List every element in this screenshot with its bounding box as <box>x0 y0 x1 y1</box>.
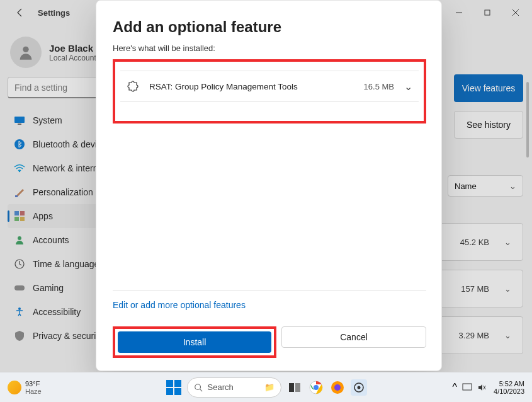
weather-widget[interactable]: 93°F Haze <box>0 380 42 395</box>
firefox-icon[interactable] <box>329 379 346 396</box>
svg-point-25 <box>314 385 319 390</box>
sidebar-item-label: Personalization <box>33 187 93 197</box>
chevron-down-icon: ⌄ <box>504 284 511 294</box>
profile-name: Joe Black <box>49 43 96 54</box>
network-tray-icon[interactable] <box>462 383 472 392</box>
display-icon <box>14 115 25 126</box>
highlight-box-install: Install <box>113 326 276 358</box>
person-icon <box>14 234 25 246</box>
taskbar: 93°F Haze Search 📁 ^ 5:52 AM 4/10/2023 <box>0 372 532 402</box>
sort-dropdown[interactable]: Name ⌄ <box>448 175 523 197</box>
sidebar-item-label: Gaming <box>33 283 64 293</box>
close-button[interactable] <box>501 3 529 23</box>
svg-point-19 <box>18 307 21 310</box>
svg-point-20 <box>195 384 200 389</box>
start-button[interactable] <box>166 379 182 396</box>
svg-rect-11 <box>15 195 18 197</box>
minimize-button[interactable] <box>444 3 473 23</box>
clock[interactable]: 5:52 AM 4/10/2023 <box>494 380 524 395</box>
svg-point-29 <box>357 386 360 389</box>
task-view-button[interactable] <box>286 379 303 396</box>
search-icon <box>194 383 203 392</box>
dialog-subtitle: Here's what will be installed: <box>113 43 426 53</box>
taskbar-search[interactable]: Search 📁 <box>187 377 281 398</box>
sidebar-item-label: Privacy & security <box>33 331 103 341</box>
svg-point-10 <box>19 171 20 172</box>
svg-rect-18 <box>14 285 25 290</box>
see-history-button[interactable]: See history <box>454 111 523 139</box>
chevron-down-icon[interactable]: ⌄ <box>404 81 412 93</box>
gamepad-icon <box>14 282 25 294</box>
feature-item[interactable]: RSAT: Group Policy Management Tools 16.5… <box>120 71 419 102</box>
svg-rect-22 <box>289 383 294 392</box>
svg-line-21 <box>200 389 202 391</box>
shield-icon <box>14 330 25 342</box>
view-features-button[interactable]: View features <box>454 74 523 102</box>
wifi-icon <box>14 163 25 174</box>
svg-rect-8 <box>18 123 21 125</box>
weather-desc: Haze <box>25 388 42 395</box>
bluetooth-icon <box>14 139 25 150</box>
time: 5:52 AM <box>494 380 524 388</box>
volume-tray-icon[interactable] <box>477 383 486 392</box>
maximize-button[interactable] <box>473 3 501 23</box>
svg-rect-1 <box>485 10 490 15</box>
feature-name: RSAT: Group Policy Management Tools <box>149 82 354 91</box>
date: 4/10/2023 <box>494 388 524 395</box>
clock-globe-icon <box>14 258 25 270</box>
paintbrush-icon <box>14 187 25 198</box>
feature-size: 45.2 KB <box>460 238 489 247</box>
svg-rect-15 <box>20 217 25 221</box>
feature-size: 157 MB <box>461 284 489 294</box>
chevron-down-icon: ⌄ <box>509 181 516 191</box>
dialog-title: Add an optional feature <box>113 18 426 36</box>
puzzle-icon <box>127 80 139 93</box>
sort-label: Name <box>455 181 477 191</box>
system-tray[interactable]: ^ <box>453 382 487 393</box>
scrollbar[interactable] <box>524 82 531 189</box>
sidebar-item-label: Accounts <box>33 235 69 245</box>
chevron-down-icon: ⌄ <box>504 331 511 340</box>
weather-icon <box>8 381 21 394</box>
avatar <box>10 37 42 68</box>
edit-features-link[interactable]: Edit or add more optional features <box>113 300 426 310</box>
svg-point-27 <box>334 384 341 391</box>
apps-icon <box>14 210 25 222</box>
svg-rect-7 <box>14 117 25 123</box>
feature-size: 3.29 MB <box>459 331 489 340</box>
chrome-icon[interactable] <box>308 379 324 396</box>
highlight-box-feature: RSAT: Group Policy Management Tools 16.5… <box>113 59 426 123</box>
chevron-down-icon: ⌄ <box>504 238 511 247</box>
sidebar-item-label: Accessibility <box>33 307 81 317</box>
feature-size: 16.5 MB <box>364 82 394 91</box>
svg-rect-14 <box>14 217 19 221</box>
taskbar-search-placeholder: Search <box>208 382 234 392</box>
weather-temp: 93°F <box>25 380 42 388</box>
sidebar-item-label: Apps <box>33 211 53 221</box>
sidebar-item-label: Time & language <box>33 259 99 269</box>
sidebar-item-label: System <box>33 115 62 125</box>
svg-point-16 <box>18 236 21 240</box>
accessibility-icon <box>14 306 25 318</box>
svg-point-4 <box>23 47 28 52</box>
sidebar-item-label: Network & internet <box>33 163 105 173</box>
chevron-up-icon[interactable]: ^ <box>453 382 458 393</box>
install-button[interactable]: Install <box>118 331 271 353</box>
window-title: Settings <box>38 8 70 18</box>
profile-account-type: Local Account <box>49 54 96 62</box>
add-feature-dialog: Add an optional feature Here's what will… <box>96 0 442 371</box>
search-chip-icon: 📁 <box>264 382 274 392</box>
cancel-button[interactable]: Cancel <box>281 326 426 348</box>
svg-rect-30 <box>463 384 472 390</box>
svg-rect-23 <box>295 383 300 392</box>
divider <box>113 290 426 291</box>
settings-icon[interactable] <box>351 379 367 396</box>
back-button[interactable] <box>8 0 33 25</box>
svg-rect-12 <box>14 211 19 215</box>
svg-rect-13 <box>20 211 25 215</box>
